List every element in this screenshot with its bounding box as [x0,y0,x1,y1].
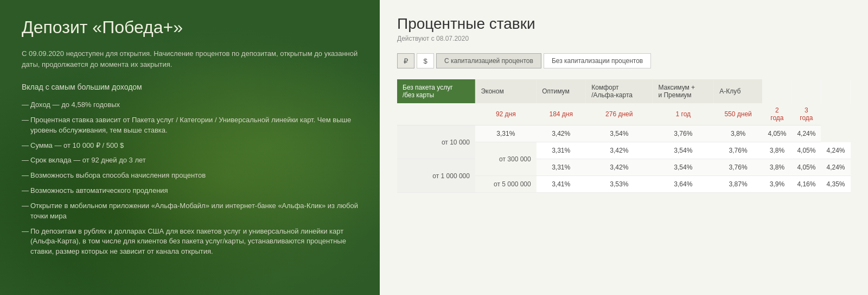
rate-r3-c1: 3,53% [586,176,653,193]
period-label-1: 184 дня [537,103,586,125]
col-header-maximum: Максимум +и Премиум [653,79,714,103]
period-label-2: 276 дней [586,103,653,125]
rate-r1-c6: 4,24% [821,142,850,159]
spacer-header [762,79,792,103]
rate-r2-c2: 3,54% [653,159,714,176]
spacer-header-2 [792,79,821,103]
deposit-title: Депозит «Победа+» [22,17,358,37]
rate-r3-c5: 4,16% [792,176,821,193]
rates-subtitle: Действуют с 08.07.2020 [397,35,851,42]
feature-item-4: Возможность выбора способа начисления пр… [22,171,358,181]
col-header-no-package: Без пакета услуг/без карты [397,79,475,103]
rate-r2-c4: 3,8% [762,159,792,176]
rate-r1-c3: 3,76% [714,142,763,159]
period-label-5: 2 года [762,103,792,125]
rate-r1-c5: 4,05% [792,142,821,159]
currency-usd-btn[interactable]: $ [417,53,434,68]
rates-table: Без пакета услуг/без карты Эконом Оптиму… [397,79,851,193]
amount-label-3: от 5 000 000 [475,176,537,193]
period-label-0: 92 дня [475,103,537,125]
rate-r0-c5: 4,05% [762,125,792,142]
rate-r0-c0: 3,31% [475,125,537,142]
feature-item-7: По депозитам в рублях и долларах США для… [22,227,358,258]
amount-row-0: от 10 0003,31%3,42%3,54%3,76%3,8%4,05%4,… [397,125,851,142]
deposit-subtitle: С 09.09.2020 недоступен для открытия. На… [22,48,358,70]
feature-item-6: Открытие в мобильном приложении «Альфа-М… [22,201,358,222]
rate-r2-c1: 3,42% [586,159,653,176]
rate-r3-c6: 4,35% [821,176,850,193]
amount-label-0: от 10 000 [397,125,475,159]
vklad-label: Вклад с самым большим доходом [22,83,358,91]
rate-r3-c4: 3,9% [762,176,792,193]
rate-r2-c0: 3,31% [537,159,586,176]
rate-r3-c2: 3,64% [653,176,714,193]
tab-with-capitalization[interactable]: С капитализацией процентов [436,53,541,68]
controls-row: ₽ $ С капитализацией процентов Без капит… [397,53,851,68]
rates-title: Процентные ставки [397,15,851,33]
rate-r1-c1: 3,42% [586,142,653,159]
col-header-econom: Эконом [475,79,537,103]
feature-item-2: Сумма — от 10 000 ₽ / 500 $ [22,141,358,151]
amount-label-1: от 300 000 [475,142,537,176]
rate-r2-c3: 3,76% [714,159,763,176]
rate-r1-c0: 3,31% [537,142,586,159]
amount-row-2: от 1 000 0003,31%3,42%3,54%3,76%3,8%4,05… [397,159,851,176]
col-header-comfort: Комфорт/Альфа-карта [586,79,653,103]
tab-without-capitalization[interactable]: Без капитализации процентов [544,53,651,68]
rate-r0-c4: 3,8% [714,125,763,142]
left-panel: Депозит «Победа+» С 09.09.2020 недоступе… [0,0,380,295]
feature-item-1: Процентная ставка зависит от Пакета услу… [22,115,358,136]
rate-r0-c6: 4,24% [792,125,821,142]
currency-rub-btn[interactable]: ₽ [397,53,414,68]
rate-r2-c5: 4,05% [792,159,821,176]
right-panel: Процентные ставки Действуют с 08.07.2020… [380,0,868,295]
rate-r1-c2: 3,54% [653,142,714,159]
period-row: 92 дня184 дня276 дней1 год550 дней2 года… [397,103,851,125]
feature-item-5: Возможность автоматического продления [22,186,358,196]
col-header-aclub: А-Клуб [714,79,763,103]
features-list: Доход — до 4,58% годовыхПроцентная ставк… [22,100,358,257]
col-header-row: Без пакета услуг/без карты Эконом Оптиму… [397,79,851,103]
feature-item-0: Доход — до 4,58% годовых [22,100,358,110]
rate-r0-c3: 3,76% [653,125,714,142]
rate-r1-c4: 3,8% [762,142,792,159]
rate-r0-c2: 3,54% [586,125,653,142]
rate-r3-c0: 3,41% [537,176,586,193]
period-label-6: 3 года [792,103,821,125]
spacer-header-3 [821,79,850,103]
feature-item-3: Срок вклада — от 92 дней до 3 лет [22,155,358,166]
amount-label-2: от 1 000 000 [397,159,475,193]
period-label-3: 1 год [653,103,714,125]
rate-r3-c3: 3,87% [714,176,763,193]
rate-r0-c1: 3,42% [537,125,586,142]
col-header-optimum: Оптимум [537,79,586,103]
rate-r2-c6: 4,24% [821,159,850,176]
period-label-4: 550 дней [714,103,763,125]
period-empty-cell [397,103,475,125]
